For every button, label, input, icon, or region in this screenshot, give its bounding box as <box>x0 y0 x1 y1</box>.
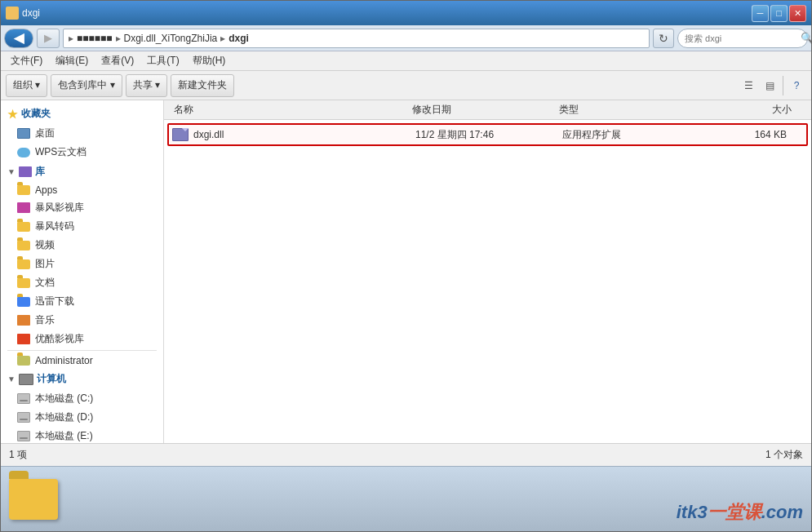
sidebar-item-drive-c[interactable]: 本地磁盘 (C:) <box>1 389 163 408</box>
address-bar-row: ◀ ▶ ▸ ■■■■■■ ▸ Dxgi.dll_XiTongZhiJia ▸ d… <box>1 25 811 51</box>
path-arrow: ▸ <box>69 33 73 44</box>
file-name-cell: dxgi.dll <box>193 129 415 140</box>
drive-e-icon <box>17 431 30 441</box>
sidebar-item-video[interactable]: 视频 <box>1 236 163 255</box>
sidebar-item-admin[interactable]: Administrator <box>1 352 163 369</box>
path-root: ■■■■■■ <box>77 33 113 44</box>
file-dll-icon <box>172 128 189 141</box>
status-count: 1 项 <box>9 448 27 462</box>
sidebar-item-drive-e[interactable]: 本地磁盘 (E:) <box>1 427 163 443</box>
sidebar-favorites-header[interactable]: ★ 收藏夹 <box>1 104 163 124</box>
file-list: dxgi.dll 11/2 星期四 17:46 应用程序扩展 164 KB <box>164 120 811 443</box>
search-icon[interactable]: 🔍 <box>801 32 812 44</box>
toolbar-separator <box>783 76 783 95</box>
folder-thunder-icon <box>17 297 30 307</box>
sidebar-item-thunder[interactable]: 迅雷下载 <box>1 292 163 311</box>
sidebar-library-header[interactable]: ▼ 库 <box>1 162 163 182</box>
column-headers: 名称 修改日期 类型 大小 <box>164 100 811 120</box>
table-row[interactable]: dxgi.dll 11/2 星期四 17:46 应用程序扩展 164 KB <box>167 123 808 146</box>
window-title: dxgi <box>22 7 40 19</box>
library-arrow-icon: ▼ <box>7 167 16 176</box>
folder-apps-icon <box>17 185 30 195</box>
address-path[interactable]: ▸ ■■■■■■ ▸ Dxgi.dll_XiTongZhiJia ▸ dxgi <box>63 29 650 48</box>
sidebar-item-baofeng-convert[interactable]: 暴风转码 <box>1 217 163 236</box>
folder-admin-icon <box>17 356 30 366</box>
col-type-header[interactable]: 类型 <box>559 103 690 117</box>
include-library-button[interactable]: 包含到库中 ▾ <box>51 74 122 97</box>
window-controls: ─ □ ✕ <box>752 5 806 22</box>
sidebar-item-apps[interactable]: Apps <box>1 182 163 198</box>
sidebar-item-music[interactable]: 音乐 <box>1 311 163 330</box>
sidebar: ★ 收藏夹 桌面 WPS云文档 ▼ 库 Apps <box>1 100 164 443</box>
sidebar-item-youku[interactable]: 优酷影视库 <box>1 330 163 348</box>
sidebar-item-image[interactable]: 图片 <box>1 255 163 273</box>
close-button[interactable]: ✕ <box>789 5 806 22</box>
computer-icon <box>19 374 33 385</box>
path-parent: Dxgi.dll_XiTongZhiJia <box>124 33 218 44</box>
col-name-header[interactable]: 名称 <box>167 103 412 117</box>
star-icon: ★ <box>7 108 18 121</box>
drive-c-icon <box>17 393 30 404</box>
main-area: ★ 收藏夹 桌面 WPS云文档 ▼ 库 Apps <box>1 100 811 443</box>
back-button[interactable]: ◀ <box>4 29 33 48</box>
col-date-header[interactable]: 修改日期 <box>412 103 559 117</box>
title-bar-left: dxgi <box>6 7 40 20</box>
sidebar-computer-header[interactable]: ▼ 计算机 <box>1 369 163 389</box>
view-toggle-button[interactable]: ☰ <box>739 76 758 95</box>
help-button[interactable]: ? <box>787 76 806 95</box>
menu-view[interactable]: 查看(V) <box>95 52 140 69</box>
bottom-area: itk3一堂课.com <box>1 466 811 531</box>
search-box[interactable]: 🔍 <box>677 29 808 48</box>
apps-label: Apps <box>35 184 57 196</box>
folder-image-icon <box>17 259 30 269</box>
video-icon <box>17 202 30 213</box>
menu-bar: 文件(F) 编辑(E) 查看(V) 工具(T) 帮助(H) <box>1 51 811 71</box>
wps-label: WPS云文档 <box>35 145 87 159</box>
refresh-button[interactable]: ↻ <box>653 29 674 48</box>
file-date-cell: 11/2 星期四 17:46 <box>415 128 562 142</box>
organize-button[interactable]: 组织 ▾ <box>6 74 47 97</box>
drive-c-label: 本地磁盘 (C:) <box>35 392 93 406</box>
youku-label: 优酷影视库 <box>35 332 84 346</box>
favorites-label: 收藏夹 <box>21 107 51 121</box>
doc-label: 文档 <box>35 276 55 290</box>
path-sep2: ▸ <box>220 33 225 44</box>
video-label: 视频 <box>35 238 55 252</box>
image-label: 图片 <box>35 257 55 271</box>
music-label: 音乐 <box>35 313 55 327</box>
computer-arrow-icon: ▼ <box>7 375 16 383</box>
library-label: 库 <box>35 165 45 179</box>
forward-button[interactable]: ▶ <box>37 29 60 48</box>
window-icon <box>6 7 19 20</box>
sidebar-item-desktop[interactable]: 桌面 <box>1 124 163 143</box>
sidebar-item-doc[interactable]: 文档 <box>1 273 163 292</box>
computer-label: 计算机 <box>37 372 66 386</box>
sidebar-item-baofeng-video[interactable]: 暴风影视库 <box>1 198 163 217</box>
col-size-header[interactable]: 大小 <box>690 103 808 117</box>
menu-help[interactable]: 帮助(H) <box>186 52 233 69</box>
menu-file[interactable]: 文件(F) <box>4 52 49 69</box>
sidebar-item-drive-d[interactable]: 本地磁盘 (D:) <box>1 408 163 427</box>
music-icon <box>17 315 30 326</box>
minimize-button[interactable]: ─ <box>752 5 769 22</box>
menu-edit[interactable]: 编辑(E) <box>49 52 95 69</box>
share-button[interactable]: 共享 ▾ <box>126 74 167 97</box>
menu-tools[interactable]: 工具(T) <box>140 52 185 69</box>
sidebar-item-wps[interactable]: WPS云文档 <box>1 143 163 162</box>
drive-d-icon <box>17 412 30 423</box>
cloud-icon <box>17 148 30 157</box>
bottom-folder-icon <box>9 479 58 520</box>
new-folder-button[interactable]: 新建文件夹 <box>171 74 234 97</box>
baofeng-video-label: 暴风影视库 <box>35 201 84 215</box>
status-bar: 1 项 1 个对象 <box>1 443 811 466</box>
search-input[interactable] <box>685 33 797 43</box>
file-size-cell: 164 KB <box>693 129 803 140</box>
status-selected: 1 个对象 <box>765 448 803 462</box>
folder-video-icon <box>17 241 30 250</box>
path-current: dxgi <box>229 33 249 44</box>
restore-button[interactable]: □ <box>770 5 788 22</box>
view-controls: ☰ ▤ ? <box>739 76 806 95</box>
folder-convert-icon <box>17 222 30 232</box>
watermark: itk3一堂课.com <box>677 500 803 525</box>
view-details-button[interactable]: ▤ <box>760 76 779 95</box>
